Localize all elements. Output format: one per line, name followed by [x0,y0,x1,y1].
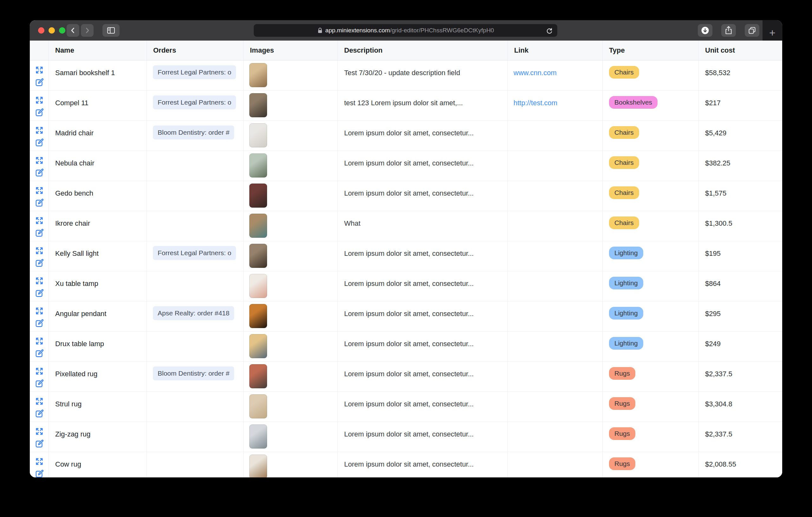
edit-record-icon[interactable] [35,439,44,449]
orders-cell: Bloom Dentistry: order # [147,362,243,392]
column-header-orders: Orders [147,40,243,60]
name-cell: Samari bookshelf 1 [49,61,147,90]
record-name: Gedo bench [49,181,147,197]
edit-record-icon[interactable] [35,78,44,87]
edit-record-icon[interactable] [35,318,44,328]
edit-record-icon[interactable] [35,288,44,298]
edit-record-icon[interactable] [35,228,44,238]
unit-cost: $1,300.5 [699,211,782,227]
type-cell: Chairs [603,181,699,211]
type-badge: Chairs [609,156,639,169]
description-cell: Lorem ipsum dolor sit amet, consectetur.… [338,241,508,271]
zoom-window-button[interactable] [59,27,65,34]
record-description: Lorem ipsum dolor sit amet, consectetur.… [338,452,508,468]
record-name: Angular pendant [49,301,147,318]
forward-button[interactable] [81,24,93,37]
orders-cell [147,422,243,452]
expand-record-icon[interactable] [35,457,44,466]
expand-record-icon[interactable] [35,276,44,285]
order-chip[interactable]: Forrest Legal Partners: o [153,246,236,260]
record-image-thumbnail[interactable] [249,153,267,178]
expand-record-icon[interactable] [35,397,44,406]
expand-record-icon[interactable] [35,427,44,436]
edit-record-icon[interactable] [35,379,44,388]
type-cell: Rugs [603,392,699,422]
expand-record-icon[interactable] [35,336,44,346]
row-actions-cell [30,392,49,422]
expand-record-icon[interactable] [35,216,44,225]
record-image-thumbnail[interactable] [249,394,267,418]
expand-record-icon[interactable] [35,125,44,135]
address-bar[interactable]: app.miniextensions.com/grid-editor/PHChs… [254,24,557,37]
record-name: Strul rug [49,392,147,408]
link-cell [508,271,603,301]
type-badge: Rugs [609,397,635,410]
link-cell [508,211,603,241]
expand-record-icon[interactable] [35,306,44,316]
downloads-button[interactable] [698,24,713,37]
order-chip[interactable]: Bloom Dentistry: order # [153,366,234,381]
share-button[interactable] [721,24,736,37]
record-image-thumbnail[interactable] [249,304,267,328]
images-cell [243,301,338,331]
record-image-thumbnail[interactable] [249,455,267,477]
record-image-thumbnail[interactable] [249,63,267,87]
record-image-thumbnail[interactable] [249,334,267,358]
back-button[interactable] [67,24,79,37]
record-name: Ikrore chair [49,211,147,227]
order-chip[interactable]: Apse Realty: order #418 [153,306,234,320]
edit-record-icon[interactable] [35,168,44,178]
unit-cost: $2,337.5 [699,362,782,378]
orders-cell [147,211,243,241]
sidebar-toggle-button[interactable] [103,24,120,37]
expand-record-icon[interactable] [35,65,44,75]
table-row: Kelly Sall light Forrest Legal Partners:… [30,241,782,271]
record-image-thumbnail[interactable] [249,244,267,268]
record-image-thumbnail[interactable] [249,184,267,208]
record-image-thumbnail[interactable] [249,424,267,449]
record-image-thumbnail[interactable] [249,364,267,388]
close-window-button[interactable] [38,27,45,34]
grid-editor-table: NameOrdersImagesDescriptionLinkTypeUnit … [30,40,782,477]
link-cell [508,151,603,181]
edit-record-icon[interactable] [35,198,44,208]
record-description: test 123 Lorem ipsum dolor sit amet,... [338,91,508,107]
reload-button[interactable] [545,27,553,35]
expand-record-icon[interactable] [35,246,44,255]
row-actions-cell [30,211,49,241]
edit-record-icon[interactable] [35,349,44,358]
edit-record-icon[interactable] [35,258,44,268]
record-image-thumbnail[interactable] [249,214,267,238]
record-link[interactable]: www.cnn.com [508,61,602,77]
record-image-thumbnail[interactable] [249,93,267,117]
expand-record-icon[interactable] [35,95,44,105]
record-image-thumbnail[interactable] [249,123,267,147]
table-row: Pixellated rug Bloom Dentistry: order # … [30,362,782,392]
edit-record-icon[interactable] [35,138,44,147]
description-cell: Test 7/30/20 - update description field [338,61,508,90]
description-cell: Lorem ipsum dolor sit amet, consectetur.… [338,121,508,151]
order-chip[interactable]: Bloom Dentistry: order # [153,125,234,140]
record-description: Lorem ipsum dolor sit amet, consectetur.… [338,271,508,288]
order-chip[interactable]: Forrest Legal Partners: o [153,65,236,79]
orders-cell: Forrest Legal Partners: o [147,241,243,271]
desktop: app.miniextensions.com/grid-editor/PHChs… [0,0,812,517]
expand-record-icon[interactable] [35,186,44,195]
edit-record-icon[interactable] [35,469,44,477]
table-row: Gedo bench Lorem ipsum dolor sit amet, c… [30,181,782,211]
table-row: Cow rug Lorem ipsum dolor sit amet, cons… [30,452,782,477]
new-tab-button[interactable]: + [762,20,782,40]
record-description: Lorem ipsum dolor sit amet, consectetur.… [338,151,508,168]
name-cell: Nebula chair [49,151,147,181]
order-chip[interactable]: Forrest Legal Partners: o [153,95,236,109]
record-link[interactable]: http://test.com [508,91,602,107]
edit-record-icon[interactable] [35,108,44,117]
minimize-window-button[interactable] [49,27,55,34]
record-image-thumbnail[interactable] [249,274,267,298]
orders-cell: Forrest Legal Partners: o [147,91,243,120]
tab-overview-button[interactable] [745,24,759,37]
edit-record-icon[interactable] [35,409,44,418]
table-header-row: NameOrdersImagesDescriptionLinkTypeUnit … [30,40,782,61]
expand-record-icon[interactable] [35,366,44,376]
expand-record-icon[interactable] [35,156,44,165]
